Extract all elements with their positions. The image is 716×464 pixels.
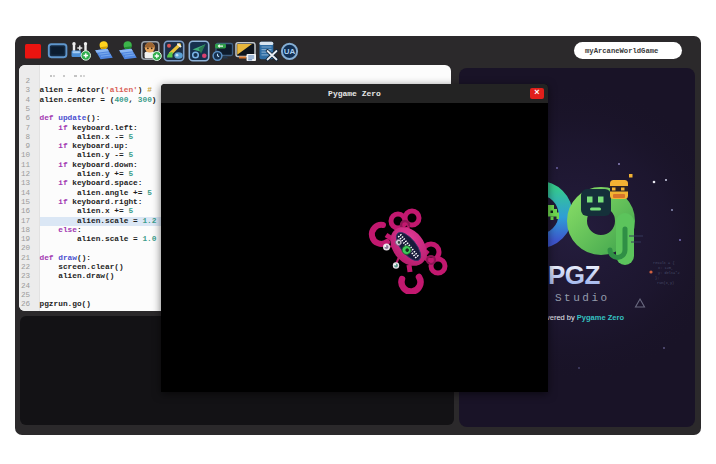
svg-text:PGZ: PGZ bbox=[548, 260, 601, 290]
svg-text:powered by Pygame Zero: powered by Pygame Zero bbox=[536, 313, 624, 322]
svg-text:y: delta*2: y: delta*2 bbox=[658, 271, 680, 275]
svg-text:x: 120,: x: 120, bbox=[658, 266, 673, 270]
svg-text:run(x,y): run(x,y) bbox=[657, 281, 674, 285]
svg-text:};: }; bbox=[655, 276, 659, 280]
svg-text:UA: UA bbox=[284, 47, 296, 56]
svg-text:Studio: Studio bbox=[555, 292, 610, 304]
svg-text:result = {: result = { bbox=[653, 261, 675, 265]
